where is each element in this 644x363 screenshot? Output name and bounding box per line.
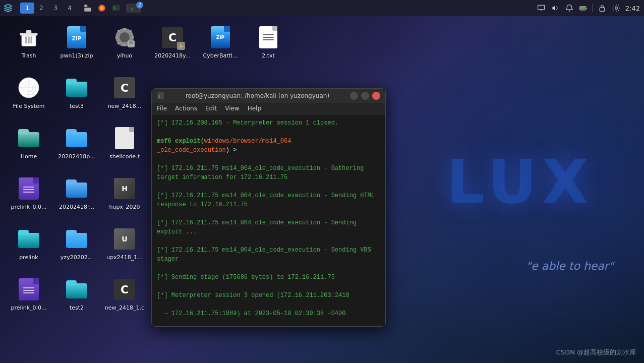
window-controls — [350, 92, 380, 100]
svg-rect-21 — [28, 36, 30, 43]
prelink1-label: prelink_0.0... — [11, 204, 47, 210]
prelink3-icon[interactable]: prelink_0.0... — [6, 273, 51, 315]
yihuo-icon[interactable]: yihuo — [102, 21, 147, 63]
shellcode-icon[interactable]: shellcode.t — [102, 122, 147, 164]
browser-taskbar[interactable] — [96, 2, 108, 14]
filesystem-icon-image — [17, 76, 41, 100]
new2418c-icon-image: C — [112, 277, 137, 301]
battery-icon[interactable] — [578, 3, 589, 13]
workspace-4[interactable]: 4 — [63, 3, 77, 14]
taskbar-right: 2:42 — [536, 3, 644, 13]
active-terminal-app[interactable]: $ 2 — [126, 4, 141, 13]
workspace-switcher: 1 2 3 4 — [20, 3, 77, 14]
yzy20202-label: yzy20202... — [61, 254, 93, 261]
terminal-line-6: [*] 172.16.211.75 ms14_064_ole_code_exec… — [157, 246, 380, 264]
svg-rect-22 — [31, 36, 33, 43]
lock-badge: 🔒 — [177, 42, 185, 50]
hupx2020-label: hupx_2020 — [109, 204, 140, 210]
svg-rect-16 — [600, 8, 605, 11]
terminal-titlebar: $ root@yuzongyuan: /home/kali (on yuzong… — [152, 89, 385, 103]
test3-label: test3 — [70, 103, 84, 109]
prelink2-icon[interactable]: prelink — [6, 223, 51, 265]
svg-rect-14 — [580, 7, 585, 10]
test2-icon[interactable]: test2 — [54, 273, 99, 315]
terminal-line-5: [*] 172.16.211.75 ms14_064_ole_code_exec… — [157, 218, 380, 236]
taskbar-left: 1 2 3 4 — [0, 2, 141, 14]
svg-rect-9 — [538, 5, 544, 10]
trash-label: Trash — [21, 52, 36, 59]
filesystem-label: File System — [13, 103, 45, 109]
menu-file[interactable]: File — [157, 105, 167, 112]
menu-actions[interactable]: Actions — [175, 105, 197, 112]
2txt-icon[interactable]: 2.txt — [246, 21, 291, 63]
notification-icon[interactable] — [564, 3, 574, 13]
cyberbattle-icon-image: ZIP — [208, 25, 232, 49]
display-icon[interactable] — [536, 3, 546, 13]
hupx2020-icon[interactable]: H hupx_2020 — [102, 172, 147, 214]
svg-point-4 — [101, 8, 103, 9]
tray-separator — [593, 4, 593, 12]
trash-icon[interactable]: Trash — [6, 21, 51, 63]
svg-rect-19 — [26, 30, 32, 34]
yzy20202-icon[interactable]: yzy20202... — [54, 223, 99, 265]
settings-icon[interactable] — [611, 3, 621, 13]
2txt-label: 2.txt — [262, 52, 275, 59]
prelink1-icon[interactable]: prelink_0.0... — [6, 172, 51, 214]
new2418-icon-image: C — [112, 76, 137, 100]
terminal-menu: File Actions Edit View Help — [152, 103, 385, 114]
exploit-path2: _ole_code_execution — [157, 147, 226, 154]
prelink3-icon-image — [17, 277, 41, 301]
svg-rect-20 — [25, 36, 27, 43]
20202418p-icon-image — [65, 126, 89, 150]
test2-icon-image — [65, 277, 89, 301]
svg-text:$: $ — [131, 7, 133, 11]
terminal-line-1: [*] 172.16.208.105 - Meterpreter session… — [157, 118, 380, 128]
file-manager-taskbar[interactable] — [82, 2, 94, 14]
cyberbattle-icon[interactable]: ZIP CyberBattl... — [198, 21, 243, 63]
close-button[interactable] — [372, 92, 380, 100]
20202418y-icon[interactable]: C 🔒 20202418y... — [150, 21, 195, 63]
workspace-3[interactable]: 3 — [48, 3, 63, 14]
upx2418-icon[interactable]: U upx2418_1... — [102, 223, 147, 265]
terminal-line-7: [*] Sending stage (175686 bytes) to 172.… — [157, 273, 380, 282]
workspace-1[interactable]: 1 — [20, 3, 34, 14]
exploit-path: windows/browser/ms14_064 — [204, 138, 291, 145]
kali-menu-icon[interactable] — [2, 2, 14, 14]
pwn1zip-icon-image: ZIP — [65, 25, 89, 49]
yihuo-icon-image — [112, 25, 137, 49]
terminal-taskbar[interactable]: $_ — [110, 2, 122, 14]
20202418p-label: 20202418p... — [58, 153, 95, 160]
menu-edit[interactable]: Edit — [205, 105, 217, 112]
yzy20202-icon-image — [65, 227, 89, 251]
hupx2020-icon-image: H — [112, 176, 137, 201]
filesystem-icon[interactable]: File System — [6, 72, 51, 113]
2txt-icon-image — [256, 25, 280, 49]
20202418r-label: 20202418r... — [59, 204, 94, 210]
minimize-button[interactable] — [350, 92, 358, 100]
shellcode-icon-image — [112, 126, 137, 150]
prelink2-icon-image — [17, 227, 41, 251]
lock-icon[interactable] — [597, 3, 607, 13]
20202418p-icon[interactable]: 20202418p... — [54, 122, 99, 164]
prelink3-label: prelink_0.0... — [11, 305, 47, 311]
test3-icon[interactable]: test3 — [54, 72, 99, 113]
20202418r-icon[interactable]: 20202418r... — [54, 172, 99, 214]
home-icon[interactable]: Home — [6, 122, 51, 164]
20202418y-label: 20202418y... — [154, 52, 190, 59]
new2418-icon[interactable]: C new_2418... — [102, 72, 147, 113]
menu-view[interactable]: View — [225, 105, 239, 112]
maximize-button[interactable] — [361, 92, 369, 100]
volume-icon[interactable] — [550, 3, 560, 13]
terminal-prompt-line: msf6 exploit(windows/browser/ms14_064 _o… — [157, 137, 380, 155]
zip-label: ZIP — [72, 36, 81, 41]
pwn1zip-icon[interactable]: ZIP pwn1(3).zip — [54, 21, 99, 63]
test2-label: test2 — [70, 305, 84, 311]
shellcode-label: shellcode.t — [109, 153, 140, 160]
workspace-2[interactable]: 2 — [34, 3, 48, 14]
prompt-end: ) > — [226, 147, 237, 154]
new2418c-icon[interactable]: C new_2418_1.c — [102, 273, 147, 315]
terminal-content[interactable]: [*] 172.16.208.105 - Meterpreter session… — [152, 114, 385, 326]
taskbar: 1 2 3 4 — [0, 0, 644, 16]
upx2418-icon-image: U — [112, 227, 137, 251]
menu-help[interactable]: Help — [248, 105, 261, 112]
